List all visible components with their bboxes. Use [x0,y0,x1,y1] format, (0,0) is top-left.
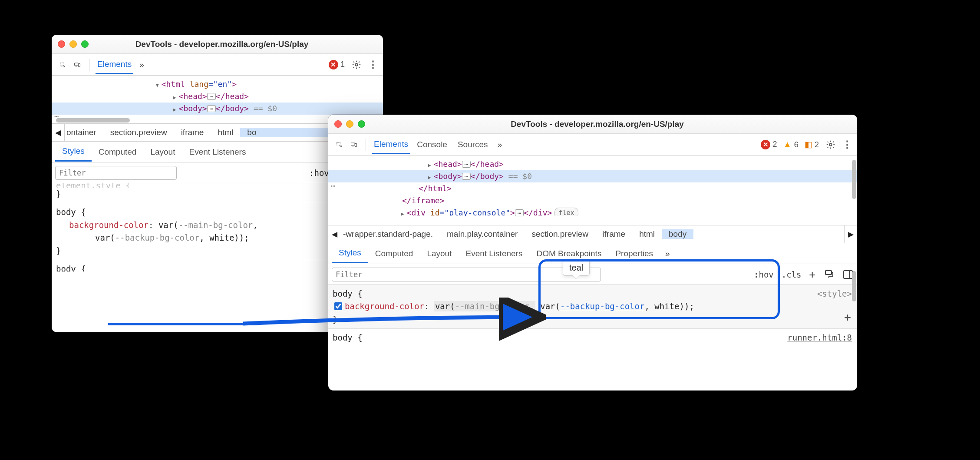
cls-toggle[interactable]: .cls [782,270,802,279]
titlebar[interactable]: DevTools - developer.mozilla.org/en-US/p… [328,115,857,134]
titlebar[interactable]: DevTools - developer.mozilla.org/en-US/p… [52,35,383,54]
scrollbar-vertical[interactable] [852,271,856,301]
dom-line[interactable]: </html> [328,182,857,195]
rule-selector[interactable]: body { [333,331,853,344]
annotation-highlight [538,259,780,319]
error-indicator[interactable]: ✕ 1 [329,60,345,69]
svg-rect-11 [825,271,832,275]
rule-source-link[interactable]: runner.html:8 [787,331,852,344]
new-rule-icon[interactable]: + [809,268,815,281]
dom-line[interactable]: </iframe> [328,195,857,207]
breadcrumb-item[interactable]: ontainer [65,128,103,137]
window-title: DevTools - developer.mozilla.org/en-US/p… [370,119,825,129]
close-icon[interactable] [58,40,65,48]
flex-badge[interactable]: flex [554,208,578,216]
dom-line-selected[interactable]: <body>⋯</body> == $0 [328,170,857,182]
expand-ellipsis[interactable]: ⋯ [207,105,216,112]
error-indicator[interactable]: ✕ 2 [761,139,777,149]
breadcrumb-scroll-right[interactable]: ▶ [844,225,857,243]
device-toggle-icon[interactable] [72,59,83,70]
dom-line[interactable]: <head>⋯</head> [328,158,857,170]
drag-handle-icon[interactable]: ⋯ [328,180,339,192]
breadcrumb-item[interactable]: section.preview [525,229,595,239]
tab-computed[interactable]: Computed [92,143,144,161]
expand-ellipsis[interactable]: ⋯ [207,93,216,100]
dom-line[interactable]: <html lang="en"> [52,78,383,90]
breadcrumb-item[interactable]: iframe [595,229,632,239]
warning-indicator[interactable]: ▲ 6 [783,139,799,149]
breadcrumb-item-selected[interactable]: body [662,229,693,239]
breadcrumb-scroll-left[interactable]: ◀ [52,124,65,141]
minimize-icon[interactable] [346,120,353,128]
dom-line[interactable]: <head>⋯</head> [52,90,383,103]
rule-source[interactable]: <style> [817,288,852,300]
filter-input[interactable] [55,166,177,180]
tab-layout[interactable]: Layout [143,143,182,161]
maximize-icon[interactable] [81,40,89,48]
devtools-window-right: DevTools - developer.mozilla.org/en-US/p… [328,115,857,391]
svg-rect-1 [75,63,79,66]
breadcrumb-bar: ◀ -wrapper.standard-page. main.play.cont… [328,225,857,243]
tab-event-listeners[interactable]: Event Listeners [459,245,529,263]
breadcrumb-item[interactable]: main.play.container [440,229,525,239]
breadcrumb-item[interactable]: html [632,229,662,239]
scrollbar-vertical[interactable] [852,160,856,199]
window-title: DevTools - developer.mozilla.org/en-US/p… [93,40,351,49]
tab-elements[interactable]: Elements [372,135,410,154]
kebab-menu-icon[interactable]: ⋮ [842,139,852,150]
paint-icon[interactable] [823,269,835,280]
tab-elements[interactable]: Elements [96,55,133,74]
breadcrumb-item[interactable]: iframe [174,128,211,137]
breadcrumb-item[interactable]: section.preview [103,128,174,137]
tab-console[interactable]: Console [413,136,451,154]
inspect-icon[interactable] [57,59,68,70]
svg-point-4 [355,63,358,66]
kebab-menu-icon[interactable]: ⋮ [368,59,378,70]
hover-toggle[interactable]: :hov [309,168,329,178]
tab-layout[interactable]: Layout [420,245,459,263]
annotation-underline [108,323,258,325]
svg-rect-3 [79,63,80,66]
declaration-toggle[interactable] [334,302,342,310]
add-declaration-icon[interactable]: + [844,308,851,326]
expand-ellipsis[interactable]: ⋯ [462,161,471,168]
inspect-icon[interactable] [333,139,345,150]
svg-rect-9 [355,143,357,146]
error-icon: ✕ [761,140,770,149]
expand-ellipsis[interactable]: ⋯ [515,209,524,216]
breadcrumb-scroll-left[interactable]: ◀ [328,225,341,243]
minimize-icon[interactable] [69,40,77,48]
device-toggle-icon[interactable] [348,139,360,150]
tab-sources[interactable]: Sources [454,136,492,154]
dom-line-selected[interactable]: <body>⋯</body> == $0 [52,103,383,115]
expand-ellipsis[interactable]: ⋯ [462,173,471,180]
tab-computed[interactable]: Computed [368,245,420,263]
breadcrumb-item[interactable]: -wrapper.standard-page. [341,229,440,239]
gear-icon[interactable] [825,139,836,150]
more-tabs-icon[interactable]: » [137,58,147,71]
separator [366,139,366,151]
more-tabs-icon[interactable]: » [495,138,505,151]
svg-rect-12 [844,271,852,278]
info-icon: ◧ [805,140,812,149]
dom-tree[interactable]: <head>⋯</head> <body>⋯</body> == $0 </ht… [328,156,857,225]
close-icon[interactable] [334,120,342,128]
tab-styles[interactable]: Styles [332,244,368,263]
error-icon: ✕ [329,60,338,69]
style-rule-body-2[interactable]: runner.html:8 body { [328,329,857,344]
main-toolbar: Elements » ✕ 1 ⋮ [52,54,383,76]
gear-icon[interactable] [351,59,362,70]
warning-icon: ▲ [783,139,792,149]
dom-line[interactable]: <div id="play-console">⋯</div>flex [328,207,857,216]
separator [89,59,89,71]
main-toolbar: Elements Console Sources » ✕ 2 ▲ 6 ◧ 2 ⋮ [328,134,857,156]
svg-rect-7 [351,143,355,146]
breadcrumb-item[interactable]: html [211,128,240,137]
tab-event-listeners[interactable]: Event Listeners [182,143,253,161]
tab-styles[interactable]: Styles [55,142,92,162]
svg-point-10 [829,143,832,146]
maximize-icon[interactable] [358,120,365,128]
scrollbar-horizontal[interactable] [56,118,130,122]
info-indicator[interactable]: ◧ 2 [805,139,819,149]
